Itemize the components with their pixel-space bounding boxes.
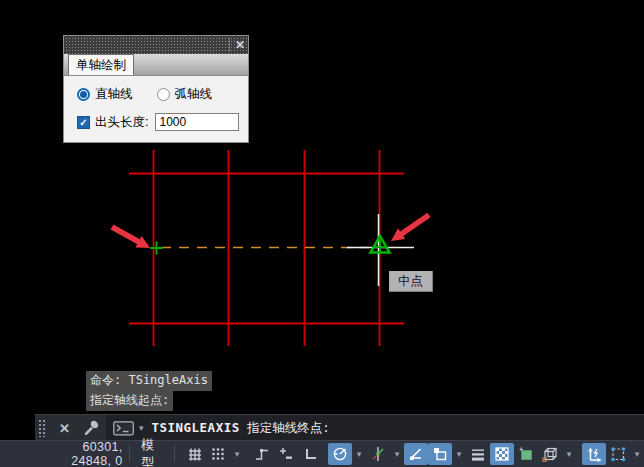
recent-commands-dropdown-icon[interactable]: ▾: [139, 423, 144, 433]
selection-filter-icon: [609, 445, 627, 463]
lineweight-icon: [469, 445, 487, 463]
command-history-line: 命令: TSingleAxis: [86, 371, 212, 391]
polar-dropdown-icon[interactable]: ▾: [352, 449, 366, 459]
otrack-dropdown-icon[interactable]: ▾: [390, 449, 404, 459]
extension-length-label: 出头长度:: [95, 114, 148, 131]
quick-properties-icon: [517, 445, 535, 463]
left-annotation-arrow: [111, 225, 150, 249]
snap-tooltip: 中点: [389, 271, 433, 292]
dialog-titlebar[interactable]: ✕: [64, 36, 248, 54]
wrench-icon[interactable]: [82, 419, 100, 437]
ucs-button[interactable]: [582, 443, 606, 465]
radio-arc-axis-label: 弧轴线: [175, 86, 213, 103]
command-bar: ✕ ▾ TSINGLEAXIS 指定轴线终点:: [35, 414, 644, 441]
command-prompt-text: TSINGLEAXIS 指定轴线终点:: [151, 420, 329, 437]
snap-grid-dots-icon: [209, 445, 227, 463]
dialog-tab-bar: 单轴绘制: [64, 54, 248, 76]
command-bar-drag-handle[interactable]: [38, 419, 46, 437]
selection-cycling-cube-icon: [541, 445, 559, 463]
extension-length-checkbox[interactable]: ✓: [77, 116, 90, 129]
selection-cycling-dropdown-icon[interactable]: ▾: [562, 449, 576, 459]
dynamic-input-icon: [277, 445, 295, 463]
radio-arc-axis[interactable]: [157, 88, 170, 101]
object-snap-tracking-icon: [369, 445, 387, 463]
dialog-body: 直轴线 弧轴线 ✓ 出头长度:: [64, 76, 248, 142]
snap-dropdown-icon[interactable]: ▾: [230, 449, 244, 459]
grid-icon: [185, 445, 203, 463]
tab-single-axis[interactable]: 单轴绘制: [68, 54, 134, 75]
command-history-line: 指定轴线起点:: [86, 391, 173, 411]
close-icon[interactable]: ✕: [53, 421, 76, 436]
dialog-close-icon[interactable]: ✕: [229, 38, 245, 52]
model-space-button[interactable]: 模型: [137, 436, 167, 467]
infer-constraints-icon: [253, 445, 271, 463]
application-window: 中点 ✕ 单轴绘制 直轴线 弧轴线 ✓ 出头长度: 命令: TSing: [0, 0, 644, 467]
single-axis-dialog: ✕ 单轴绘制 直轴线 弧轴线 ✓ 出头长度:: [63, 35, 249, 143]
command-prompt-icon[interactable]: [113, 421, 135, 436]
grid-display-button[interactable]: [182, 443, 206, 465]
coordinates-readout[interactable]: 60301, 24848, 0: [50, 440, 122, 467]
polar-tracking-button[interactable]: [328, 443, 352, 465]
transparency-icon: [493, 445, 511, 463]
right-annotation-arrow: [391, 213, 431, 241]
object-snap-icon: [407, 445, 425, 463]
annotation-visibility-icon: [431, 445, 449, 463]
command-prompt-message: 指定轴线终点:: [240, 420, 330, 435]
ucs-axes-icon: [585, 445, 603, 463]
infer-constraints-button[interactable]: [250, 443, 274, 465]
snap-mode-button[interactable]: [206, 443, 230, 465]
transparency-button[interactable]: [490, 443, 514, 465]
selection-filter-button[interactable]: [606, 443, 630, 465]
ortho-mode-button[interactable]: [298, 443, 322, 465]
start-point-marker: [150, 242, 163, 255]
separator: [129, 446, 130, 462]
separator: [174, 446, 175, 462]
polar-tracking-icon: [331, 445, 349, 463]
command-input-area[interactable]: ▾ TSINGLEAXIS 指定轴线终点:: [106, 415, 644, 441]
ortho-icon: [301, 445, 319, 463]
radio-straight-axis[interactable]: [77, 88, 90, 101]
object-snap-tracking-button[interactable]: [366, 443, 390, 465]
extension-length-input[interactable]: [155, 113, 239, 131]
filter-dropdown-icon[interactable]: ▾: [630, 449, 644, 459]
lineweight-button[interactable]: [466, 443, 490, 465]
annotation-visibility-button[interactable]: [428, 443, 452, 465]
selection-cycling-button[interactable]: [538, 443, 562, 465]
dynamic-input-button[interactable]: [274, 443, 298, 465]
object-snap-button[interactable]: [404, 443, 428, 465]
active-command-name: TSINGLEAXIS: [151, 420, 239, 435]
radio-dot: [80, 91, 87, 98]
status-bar: 60301, 24848, 0 模型 ▾: [0, 440, 644, 467]
quick-properties-button[interactable]: [514, 443, 538, 465]
annotation-dropdown-icon[interactable]: ▾: [452, 449, 466, 459]
radio-straight-axis-label: 直轴线: [95, 86, 133, 103]
